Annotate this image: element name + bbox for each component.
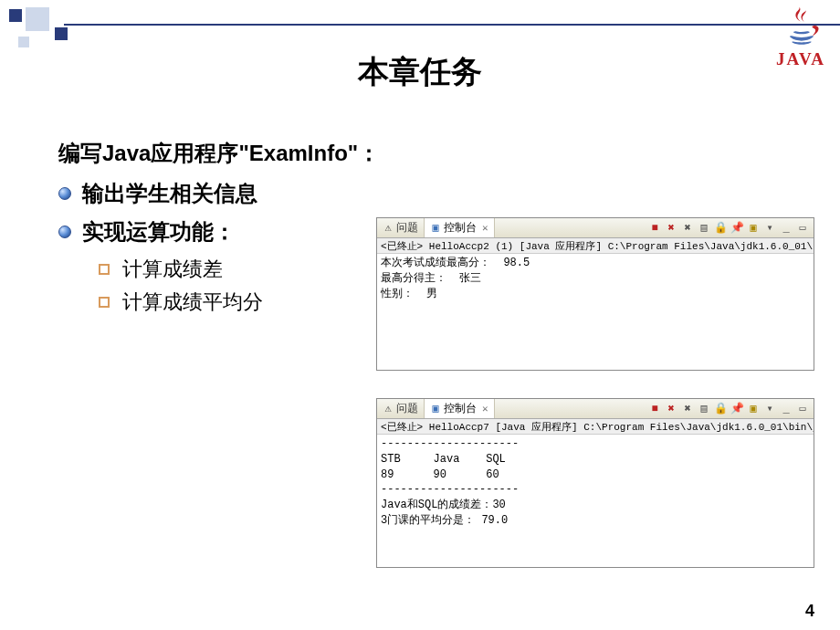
dropdown-icon[interactable]: ▾ [762, 402, 777, 416]
tab-label: 问题 [396, 220, 418, 236]
top-rule [64, 24, 840, 26]
close-icon[interactable]: ✕ [482, 222, 488, 234]
tab-label: 控制台 [444, 220, 477, 236]
scroll-lock-icon[interactable]: 🔒 [713, 402, 728, 416]
console-header: <已终止> HelloAccp2 (1) [Java 应用程序] C:\Prog… [377, 238, 814, 254]
java-logo: JAVA [767, 4, 835, 80]
scroll-lock-icon[interactable]: 🔒 [713, 221, 728, 236]
terminate-icon[interactable]: ■ [647, 402, 662, 416]
terminate-all-icon[interactable]: ✖ [664, 221, 678, 236]
clear-icon[interactable]: ▤ [697, 221, 711, 236]
slide-title: 本章任务 [0, 51, 840, 93]
console-toolbar: ■ ✖ ✖ ▤ 🔒 📌 ▣ ▾ _ ▭ [647, 399, 814, 418]
square-bullet-icon [99, 264, 110, 275]
console-toolbar: ■ ✖ ✖ ▤ 🔒 📌 ▣ ▾ _ ▭ [647, 218, 814, 237]
square-bullet-icon [99, 297, 110, 308]
logo-text: JAVA [767, 49, 835, 69]
console-window-2: ⚠ 问题 ▣ 控制台 ✕ ■ ✖ ✖ ▤ 🔒 📌 ▣ ▾ _ ▭ <已终止> H… [376, 398, 814, 568]
page-number: 4 [805, 602, 814, 621]
console-window-1: ⚠ 问题 ▣ 控制台 ✕ ■ ✖ ✖ ▤ 🔒 📌 ▣ ▾ _ ▭ <已终止> H… [376, 217, 814, 371]
maximize-icon[interactable]: ▭ [795, 402, 810, 416]
sub-bullet-label: 计算成绩平均分 [122, 289, 263, 316]
disc-bullet-icon [58, 226, 71, 238]
tab-console[interactable]: ▣ 控制台 ✕ [425, 399, 495, 418]
bullet-item: 输出学生相关信息 [58, 179, 840, 208]
console-output: --------------------- STB Java SQL 89 90… [377, 435, 814, 567]
tab-console[interactable]: ▣ 控制台 ✕ [425, 218, 495, 237]
pin-icon[interactable]: 📌 [730, 402, 744, 416]
sub-bullet-label: 计算成绩差 [122, 256, 223, 283]
maximize-icon[interactable]: ▭ [795, 221, 810, 236]
disc-bullet-icon [58, 187, 71, 200]
pin-icon[interactable]: 📌 [730, 221, 744, 236]
bullet-label: 实现运算功能： [82, 217, 236, 247]
warning-icon: ⚠ [383, 404, 394, 415]
terminate-all-icon[interactable]: ✖ [664, 402, 678, 416]
tab-label: 问题 [396, 401, 418, 416]
console-icon: ▣ [430, 223, 441, 234]
remove-icon[interactable]: ✖ [680, 221, 695, 236]
console-tabs: ⚠ 问题 ▣ 控制台 ✕ ■ ✖ ✖ ▤ 🔒 📌 ▣ ▾ _ ▭ [377, 399, 814, 419]
tab-problems[interactable]: ⚠ 问题 [377, 399, 425, 418]
clear-icon[interactable]: ▤ [697, 402, 711, 416]
warning-icon: ⚠ [383, 223, 394, 234]
bullet-label: 输出学生相关信息 [82, 179, 257, 208]
minimize-icon[interactable]: _ [779, 221, 793, 236]
terminate-icon[interactable]: ■ [647, 221, 662, 236]
tab-problems[interactable]: ⚠ 问题 [377, 218, 425, 237]
corner-decoration [0, 0, 146, 55]
minimize-icon[interactable]: _ [779, 402, 793, 416]
console-tabs: ⚠ 问题 ▣ 控制台 ✕ ■ ✖ ✖ ▤ 🔒 📌 ▣ ▾ _ ▭ [377, 218, 814, 238]
tab-label: 控制台 [444, 401, 477, 416]
intro-text: 编写Java应用程序"ExamInfo"： [58, 139, 840, 168]
console-header: <已终止> HelloAccp7 [Java 应用程序] C:\Program … [377, 419, 814, 435]
console-icon: ▣ [430, 404, 441, 415]
remove-icon[interactable]: ✖ [680, 402, 695, 416]
dropdown-icon[interactable]: ▾ [762, 221, 777, 236]
console-output: 本次考试成绩最高分： 98.5 最高分得主： 张三 性别： 男 [377, 254, 814, 370]
close-icon[interactable]: ✕ [482, 403, 488, 415]
display-icon[interactable]: ▣ [746, 402, 761, 416]
display-icon[interactable]: ▣ [746, 221, 761, 236]
